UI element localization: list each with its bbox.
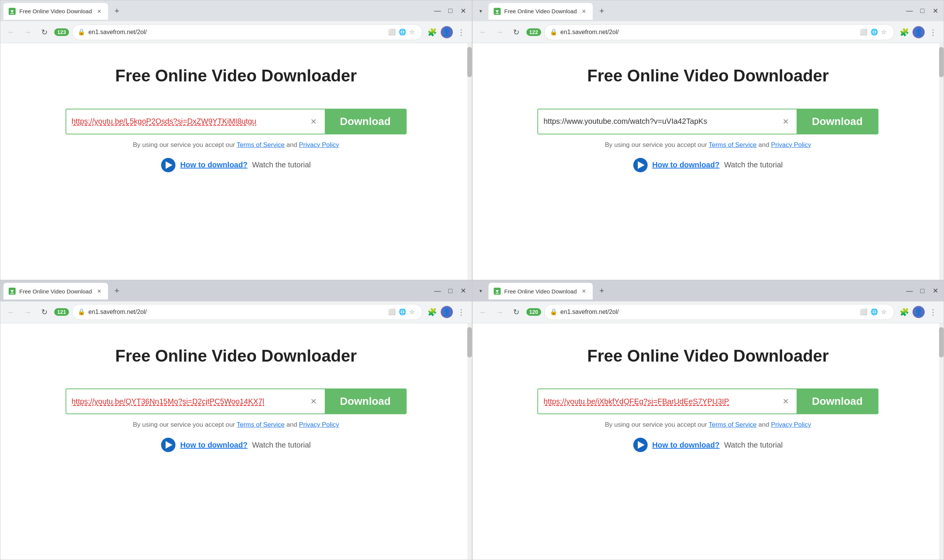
terms-of-service-link[interactable]: Terms of Service: [709, 141, 757, 148]
maximize-button[interactable]: □: [445, 6, 456, 16]
how-to-download-link[interactable]: How to download?: [180, 441, 247, 449]
reload-button[interactable]: ↻: [38, 305, 51, 319]
forward-button[interactable]: →: [21, 25, 34, 39]
window-controls: — □ ✕: [904, 285, 941, 296]
scrollbar-thumb[interactable]: [467, 327, 472, 357]
extensions-button[interactable]: 🧩: [426, 305, 439, 319]
scrollbar-track[interactable]: [939, 323, 944, 560]
forward-button[interactable]: →: [493, 305, 507, 319]
back-button[interactable]: ←: [476, 25, 490, 39]
active-tab[interactable]: Free Online Video Download ✕: [3, 3, 108, 20]
minimize-button[interactable]: —: [432, 6, 443, 16]
privacy-policy-link[interactable]: Privacy Policy: [299, 421, 339, 428]
nav-actions: 🧩 👤 ⋮: [897, 305, 940, 319]
minimize-button[interactable]: —: [432, 285, 443, 296]
scrollbar-thumb[interactable]: [939, 47, 944, 77]
close-button[interactable]: ✕: [930, 6, 941, 16]
play-button-icon[interactable]: [161, 158, 175, 172]
tab-close-button[interactable]: ✕: [95, 287, 103, 295]
privacy-policy-link[interactable]: Privacy Policy: [771, 141, 811, 148]
maximize-button[interactable]: □: [445, 285, 456, 296]
tab-dropdown-button[interactable]: ▾: [476, 6, 486, 16]
download-button[interactable]: Download: [797, 389, 878, 413]
clear-url-button[interactable]: ✕: [780, 396, 791, 407]
extensions-button[interactable]: 🧩: [426, 25, 439, 39]
close-button[interactable]: ✕: [930, 285, 941, 296]
minimize-button[interactable]: —: [904, 6, 915, 16]
forward-button[interactable]: →: [21, 305, 34, 319]
address-bar[interactable]: 🔒 en1.savefrom.net/2ol/ ⬜ 🌐 ☆: [72, 24, 422, 40]
address-bar[interactable]: 🔒 en1.savefrom.net/2ol/ ⬜ 🌐 ☆: [544, 304, 894, 320]
back-button[interactable]: ←: [4, 25, 18, 39]
download-button[interactable]: Download: [325, 389, 406, 413]
clear-url-button[interactable]: ✕: [308, 116, 319, 127]
how-to-download-link[interactable]: How to download?: [652, 441, 720, 449]
scrollbar-track[interactable]: [467, 323, 472, 560]
privacy-policy-link[interactable]: Privacy Policy: [771, 421, 811, 428]
profile-avatar[interactable]: 👤: [441, 26, 453, 38]
terms-of-service-link[interactable]: Terms of Service: [236, 421, 285, 428]
scrollbar-track[interactable]: [939, 43, 944, 280]
maximize-button[interactable]: □: [917, 285, 928, 296]
terms-of-service-link[interactable]: Terms of Service: [709, 421, 757, 428]
how-to-download-link[interactable]: How to download?: [652, 161, 720, 169]
menu-button[interactable]: ⋮: [926, 305, 940, 319]
play-triangle: [166, 161, 172, 169]
clear-url-button[interactable]: ✕: [780, 116, 791, 127]
back-button[interactable]: ←: [476, 305, 490, 319]
extensions-button[interactable]: 🧩: [897, 305, 911, 319]
active-tab[interactable]: Free Online Video Download ✕: [488, 3, 593, 20]
play-button-icon[interactable]: [633, 158, 648, 172]
clear-url-button[interactable]: ✕: [308, 396, 319, 407]
how-to-row: How to download? Watch the tutorial: [633, 158, 783, 172]
tab-close-button[interactable]: ✕: [580, 7, 588, 16]
scrollbar-thumb[interactable]: [467, 47, 472, 77]
active-tab[interactable]: Free Online Video Download ✕: [3, 283, 108, 299]
url-input[interactable]: https://youtu.be/QYT36Nn15Mo?si=D2cjtPC5…: [72, 397, 305, 406]
scrollbar-track[interactable]: [467, 43, 472, 280]
reload-button[interactable]: ↻: [38, 25, 51, 39]
profile-avatar[interactable]: 👤: [913, 306, 925, 318]
scrollbar-thumb[interactable]: [939, 327, 944, 357]
new-tab-button[interactable]: +: [110, 4, 124, 18]
address-bar[interactable]: 🔒 en1.savefrom.net/2ol/ ⬜ 🌐 ☆: [72, 304, 422, 320]
minimize-button[interactable]: —: [904, 285, 915, 296]
privacy-policy-link[interactable]: Privacy Policy: [299, 141, 339, 148]
url-input[interactable]: https://www.youtube.com/watch?v=uVIa42Ta…: [543, 117, 777, 126]
back-button[interactable]: ←: [4, 305, 18, 319]
new-tab-button[interactable]: +: [110, 284, 124, 298]
download-button[interactable]: Download: [797, 109, 878, 134]
new-tab-button[interactable]: +: [595, 284, 609, 298]
download-row: https://youtu.be/QYT36Nn15Mo?si=D2cjtPC5…: [66, 388, 407, 414]
terms-of-service-link[interactable]: Terms of Service: [236, 141, 285, 148]
url-input[interactable]: https://youtu.be/L5kgoP2Osds?si=DxZW9YTK…: [72, 117, 305, 126]
profile-avatar[interactable]: 👤: [441, 306, 453, 318]
menu-button[interactable]: ⋮: [454, 305, 468, 319]
active-tab[interactable]: Free Online Video Download ✕: [488, 283, 593, 299]
translate-icon: 🌐: [399, 28, 406, 36]
menu-button[interactable]: ⋮: [454, 25, 468, 39]
nav-actions: 🧩 👤 ⋮: [897, 25, 940, 39]
tab-close-button[interactable]: ✕: [580, 287, 588, 295]
forward-button[interactable]: →: [493, 25, 507, 39]
play-button-icon[interactable]: [161, 438, 175, 452]
reload-button[interactable]: ↻: [510, 305, 523, 319]
how-to-download-link[interactable]: How to download?: [180, 161, 247, 169]
tab-dropdown-button[interactable]: ▾: [476, 285, 486, 296]
extensions-button[interactable]: 🧩: [897, 25, 911, 39]
download-button[interactable]: Download: [325, 109, 406, 134]
url-input[interactable]: https://youtu.be/iXbkfYdQFEg?si=FBarUdEe…: [543, 397, 777, 406]
window-controls: — □ ✕: [432, 285, 469, 296]
profile-avatar[interactable]: 👤: [913, 26, 925, 38]
tab-close-button[interactable]: ✕: [95, 7, 103, 16]
play-button-icon[interactable]: [633, 438, 648, 452]
tab-favicon: [493, 287, 501, 295]
close-button[interactable]: ✕: [458, 285, 469, 296]
new-tab-button[interactable]: +: [595, 4, 609, 18]
watch-tutorial-text: Watch the tutorial: [252, 441, 311, 449]
address-bar[interactable]: 🔒 en1.savefrom.net/2ol/ ⬜ 🌐 ☆: [544, 24, 894, 40]
maximize-button[interactable]: □: [917, 6, 928, 16]
menu-button[interactable]: ⋮: [926, 25, 940, 39]
close-button[interactable]: ✕: [458, 6, 469, 16]
reload-button[interactable]: ↻: [510, 25, 523, 39]
